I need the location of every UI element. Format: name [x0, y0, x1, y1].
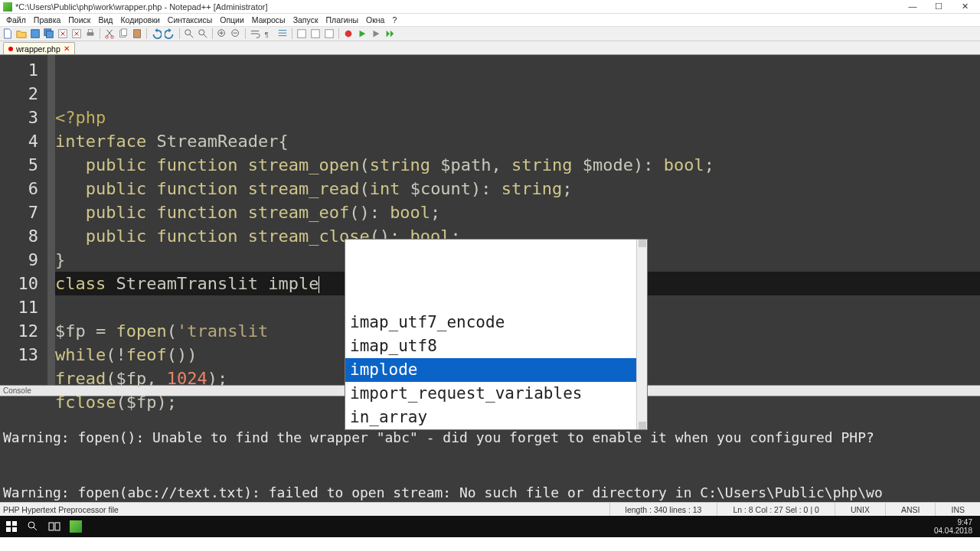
tray-time: 9:47	[934, 518, 972, 527]
redo-icon[interactable]	[164, 28, 176, 40]
autocomplete-item[interactable]: implode	[345, 358, 647, 382]
close-button[interactable]: ✕	[954, 2, 975, 11]
fold-margin[interactable]	[47, 55, 55, 385]
svg-rect-11	[134, 30, 141, 38]
autocomplete-item[interactable]: imap_utf7_encode	[345, 311, 647, 334]
menu-макросы[interactable]: Макросы	[249, 15, 289, 24]
undo-icon[interactable]	[150, 28, 162, 40]
status-mode[interactable]: INS	[935, 503, 980, 516]
menu-?[interactable]: ?	[389, 15, 400, 24]
status-eol[interactable]: UNIX	[835, 503, 885, 516]
zoom-in-icon[interactable]	[216, 28, 228, 40]
menu-запуск[interactable]: Запуск	[290, 15, 322, 24]
svg-rect-5	[87, 32, 94, 35]
folder-view-icon[interactable]	[309, 28, 322, 40]
menu-плагины[interactable]: Плагины	[322, 15, 361, 24]
window-titlebar: *C:\Users\Public\php\work\wrapper.php - …	[0, 0, 980, 14]
close-all-icon[interactable]	[70, 28, 83, 40]
cut-icon[interactable]	[103, 28, 116, 40]
search-icon[interactable]	[24, 518, 41, 535]
svg-rect-24	[12, 527, 17, 532]
status-bar: PHP Hypertext Preprocessor file length :…	[0, 502, 980, 516]
tab-strip: wrapper.php ✕	[0, 41, 980, 55]
svg-rect-19	[325, 30, 334, 38]
autocomplete-item[interactable]: imap_utf8	[345, 334, 647, 358]
svg-rect-0	[31, 30, 40, 38]
svg-point-13	[199, 30, 204, 35]
minimize-button[interactable]: —	[902, 2, 923, 11]
show-all-chars-icon[interactable]: ¶	[263, 28, 275, 40]
menu-синтаксисы[interactable]: Синтаксисы	[165, 15, 215, 24]
app-icon	[3, 2, 12, 11]
menu-правка[interactable]: Правка	[31, 15, 64, 24]
start-button[interactable]	[3, 518, 20, 535]
code-editor[interactable]: 12345678910111213 <?phpinterface StreamR…	[0, 55, 980, 385]
autocomplete-item[interactable]: in_array	[345, 406, 647, 429]
macro-play-icon[interactable]	[356, 28, 368, 40]
autocomplete-popup[interactable]: imap_utf7_encodeimap_utf8implodeimport_r…	[345, 239, 648, 430]
code-area[interactable]: <?phpinterface StreamReader{ public func…	[55, 55, 980, 385]
svg-point-20	[345, 31, 352, 37]
menu-окна[interactable]: Окна	[363, 15, 387, 24]
svg-rect-26	[49, 523, 54, 530]
save-all-icon[interactable]	[43, 28, 55, 40]
status-encoding[interactable]: ANSI	[885, 503, 936, 516]
indent-guide-icon[interactable]	[276, 28, 289, 40]
menu-вид[interactable]: Вид	[95, 15, 116, 24]
tab-wrapper-php[interactable]: wrapper.php ✕	[3, 42, 75, 54]
svg-rect-23	[6, 527, 11, 532]
svg-rect-2	[47, 31, 54, 38]
taskbar-app-notepadpp[interactable]	[67, 518, 84, 535]
status-length: length : 340 lines : 13	[609, 503, 717, 516]
menu-bar: ФайлПравкаПоискВидКодировкиСинтаксисыОпц…	[0, 14, 980, 26]
autocomplete-item[interactable]: import_request_variables	[345, 382, 647, 406]
menu-файл[interactable]: Файл	[3, 15, 29, 24]
tab-close-icon[interactable]: ✕	[64, 44, 70, 53]
tab-label: wrapper.php	[16, 44, 60, 54]
system-tray[interactable]: 9:47 04.04.2018	[934, 518, 977, 535]
menu-поиск[interactable]: Поиск	[65, 15, 93, 24]
macro-record-icon[interactable]	[342, 28, 354, 40]
status-filetype: PHP Hypertext Preprocessor file	[0, 505, 609, 514]
svg-rect-17	[298, 30, 306, 38]
task-view-icon[interactable]	[46, 518, 63, 535]
svg-rect-27	[55, 523, 60, 530]
new-file-icon[interactable]	[2, 28, 14, 40]
toolbar: ¶	[0, 26, 980, 41]
svg-point-25	[28, 522, 34, 528]
replace-icon[interactable]	[197, 28, 209, 40]
macro-stop-icon[interactable]	[370, 28, 382, 40]
doc-map-icon[interactable]	[323, 28, 335, 40]
svg-text:¶: ¶	[265, 31, 269, 38]
svg-rect-18	[312, 30, 320, 38]
find-icon[interactable]	[183, 28, 195, 40]
unsaved-indicator-icon	[8, 47, 13, 51]
windows-taskbar: 9:47 04.04.2018	[0, 516, 980, 537]
function-list-icon[interactable]	[296, 28, 308, 40]
svg-rect-22	[12, 521, 17, 526]
svg-point-12	[185, 30, 191, 35]
svg-rect-6	[88, 30, 92, 33]
zoom-out-icon[interactable]	[230, 28, 242, 40]
window-title: *C:\Users\Public\php\work\wrapper.php - …	[15, 2, 268, 11]
menu-кодировки[interactable]: Кодировки	[117, 15, 162, 24]
open-file-icon[interactable]	[15, 28, 28, 40]
macro-run-multi-icon[interactable]	[384, 28, 396, 40]
word-wrap-icon[interactable]	[249, 28, 261, 40]
maximize-button[interactable]: ☐	[928, 2, 949, 11]
menu-опции[interactable]: Опции	[217, 15, 247, 24]
svg-rect-21	[6, 521, 11, 526]
paste-icon[interactable]	[131, 28, 143, 40]
tray-date: 04.04.2018	[934, 527, 972, 535]
copy-icon[interactable]	[117, 28, 129, 40]
save-icon[interactable]	[29, 28, 41, 40]
close-file-icon[interactable]	[57, 28, 69, 40]
svg-rect-10	[121, 29, 126, 36]
line-number-gutter: 12345678910111213	[0, 55, 47, 385]
autocomplete-scrollbar[interactable]	[636, 240, 647, 429]
status-position: Ln : 8 Col : 27 Sel : 0 | 0	[717, 503, 834, 516]
print-icon[interactable]	[84, 28, 96, 40]
